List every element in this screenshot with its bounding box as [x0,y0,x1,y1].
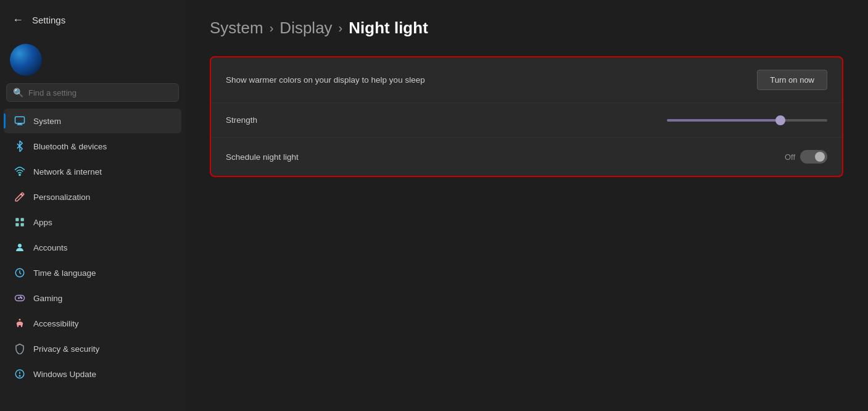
search-icon: 🔍 [13,88,23,98]
schedule-toggle[interactable] [800,150,827,164]
turn-on-row: Show warmer colors on your display to he… [211,57,842,103]
sidebar-item-privacy[interactable]: Privacy & security [4,336,181,361]
search-input[interactable] [28,88,172,98]
sidebar-item-time[interactable]: Time & language [4,260,181,285]
svg-point-13 [19,319,21,321]
personalization-icon [14,191,26,203]
breadcrumb-sep-1: › [270,21,274,35]
apps-icon [14,216,26,228]
network-icon [14,165,26,178]
schedule-status: Off [785,152,795,162]
sidebar-item-label-privacy: Privacy & security [33,344,99,354]
sidebar-item-label-accounts: Accounts [33,243,68,252]
sidebar-item-label-update: Windows Update [33,370,96,379]
sidebar-item-label-system: System [33,117,61,126]
bluetooth-icon [14,140,26,152]
sidebar-item-gaming[interactable]: Gaming [4,286,181,310]
sidebar-item-accounts[interactable]: Accounts [4,235,181,260]
svg-point-12 [20,297,22,298]
svg-rect-5 [21,218,24,221]
avatar-image [10,44,42,76]
sidebar-item-label-network: Network & internet [33,167,102,176]
sidebar-title: Settings [32,15,65,25]
svg-point-3 [19,174,20,175]
update-icon [14,368,26,380]
back-button[interactable]: ← [10,11,26,29]
accounts-icon [14,241,26,254]
sidebar-item-update[interactable]: Windows Update [4,362,181,386]
sidebar-item-label-gaming: Gaming [33,294,62,303]
sidebar-item-accessibility[interactable]: Accessibility [4,311,181,336]
strength-row: Strength [211,103,842,138]
sidebar-item-label-bluetooth: Bluetooth & devices [33,142,107,151]
sidebar-item-label-accessibility: Accessibility [33,319,79,328]
breadcrumb-nightlight: Night light [349,19,428,38]
night-light-panel: Show warmer colors on your display to he… [210,56,843,177]
toggle-knob [815,152,825,162]
sidebar-item-apps[interactable]: Apps [4,210,181,235]
svg-rect-0 [15,117,25,123]
sidebar-item-network[interactable]: Network & internet [4,159,181,184]
sidebar-item-label-time: Time & language [33,268,96,278]
sidebar-nav: System Bluetooth & devices Network & int… [0,108,185,387]
strength-label: Strength [226,115,257,125]
turn-on-button[interactable]: Turn on now [757,70,827,90]
sidebar: ← Settings 🔍 System Bluetooth & devices [0,0,185,411]
svg-rect-2 [17,124,23,125]
gaming-icon [14,292,26,304]
sidebar-item-label-apps: Apps [33,218,52,227]
sidebar-item-label-personalization: Personalization [33,193,90,202]
privacy-icon [14,342,26,355]
main-content: System › Display › Night light Show warm… [185,0,868,411]
sidebar-header: ← Settings [0,6,185,39]
svg-rect-4 [15,218,19,221]
breadcrumb-sep-2: › [339,21,343,35]
svg-rect-7 [21,223,24,226]
system-icon [14,115,26,127]
breadcrumb-system[interactable]: System [210,19,263,38]
strength-slider[interactable] [667,119,827,122]
sidebar-item-personalization[interactable]: Personalization [4,185,181,209]
strength-control [667,119,827,122]
night-light-description: Show warmer colors on your display to he… [226,75,425,85]
time-icon [14,267,26,279]
schedule-row: Schedule night light Off [211,138,842,176]
accessibility-icon [14,317,26,330]
svg-rect-1 [18,123,22,125]
toggle-control: Off [785,150,827,164]
sidebar-item-system[interactable]: System [4,109,181,133]
svg-point-8 [18,244,22,247]
schedule-label: Schedule night light [226,152,299,162]
avatar [10,44,42,76]
sidebar-item-bluetooth[interactable]: Bluetooth & devices [4,134,181,159]
breadcrumb-display[interactable]: Display [279,19,332,38]
svg-point-15 [19,375,20,376]
search-box[interactable]: 🔍 [6,83,179,102]
svg-rect-6 [15,223,19,226]
breadcrumb: System › Display › Night light [210,19,843,38]
